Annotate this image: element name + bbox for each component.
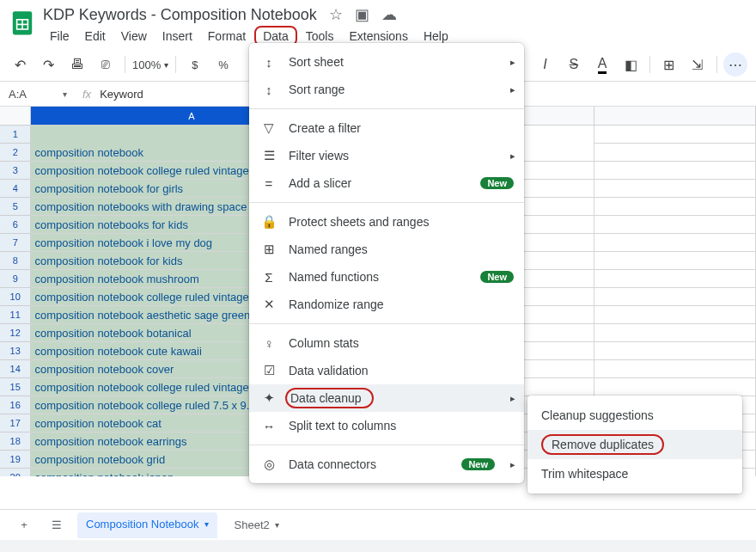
cell[interactable] — [594, 144, 756, 162]
add-sheet-button[interactable]: + — [12, 513, 36, 537]
menu-data-validation[interactable]: ☑Data validation — [249, 357, 524, 384]
menu-split-text[interactable]: ↔Split text to columns — [249, 412, 524, 439]
data-cleanup-submenu: Cleanup suggestions Remove duplicates Tr… — [527, 396, 742, 494]
fx-icon: fx — [82, 88, 91, 101]
paint-format-button[interactable]: ⎚ — [94, 52, 118, 77]
doc-title[interactable]: KDP Keywords - Composition Notebook — [43, 6, 317, 24]
menu-edit[interactable]: Edit — [78, 26, 113, 46]
row-header[interactable]: 8 — [0, 252, 31, 270]
row-header[interactable]: 2 — [0, 144, 31, 162]
menu-data-cleanup[interactable]: ✦Data cleanup▸ — [249, 384, 524, 412]
strikethrough-button[interactable]: S — [562, 52, 585, 77]
cell[interactable] — [594, 198, 756, 216]
sheets-logo[interactable] — [7, 7, 38, 38]
col-header-d[interactable] — [594, 107, 756, 126]
row-header[interactable]: 3 — [0, 162, 31, 180]
text-color-button[interactable]: A — [590, 52, 613, 77]
submenu-cleanup-suggestions[interactable]: Cleanup suggestions — [527, 401, 742, 430]
all-sheets-button[interactable]: ☰ — [45, 513, 69, 537]
menu-file[interactable]: File — [43, 26, 76, 46]
cloud-status-icon: ☁ — [381, 5, 397, 24]
menu-data-connectors[interactable]: ◎Data connectorsNew▸ — [249, 451, 524, 478]
star-icon[interactable]: ☆ — [329, 5, 343, 24]
cell[interactable] — [594, 126, 756, 144]
cell[interactable] — [594, 162, 756, 180]
cell[interactable] — [594, 270, 756, 288]
menu-filter-views[interactable]: ☰Filter views▸ — [249, 142, 524, 169]
name-box[interactable]: A:A▾ — [0, 88, 74, 101]
data-menu-dropdown: ↕Sort sheet▸ ↕Sort range▸ ▽Create a filt… — [249, 43, 524, 483]
row-header[interactable]: 5 — [0, 198, 31, 216]
menu-sort-range[interactable]: ↕Sort range▸ — [249, 76, 524, 103]
submenu-trim-whitespace[interactable]: Trim whitespace — [527, 459, 742, 488]
row-header[interactable]: 13 — [0, 342, 31, 360]
redo-button[interactable]: ↷ — [37, 52, 60, 77]
row-header[interactable]: 18 — [0, 432, 31, 451]
row-header[interactable]: 1 — [0, 126, 31, 144]
currency-button[interactable]: $ — [183, 52, 206, 77]
row-header[interactable]: 6 — [0, 216, 31, 234]
select-all-corner[interactable] — [0, 107, 31, 126]
cell[interactable] — [594, 324, 756, 342]
row-header[interactable]: 9 — [0, 270, 31, 288]
cell[interactable] — [594, 288, 756, 306]
undo-button[interactable]: ↶ — [9, 52, 32, 77]
menu-format[interactable]: Format — [201, 26, 253, 46]
row-header[interactable]: 15 — [0, 378, 31, 396]
cell[interactable] — [594, 216, 756, 234]
merge-button[interactable]: ⇲ — [686, 52, 709, 77]
menu-named-ranges[interactable]: ⊞Named ranges — [249, 236, 524, 263]
row-header[interactable]: 16 — [0, 396, 31, 414]
row-header[interactable]: 12 — [0, 324, 31, 342]
cell[interactable] — [594, 378, 756, 396]
more-toolbar-button[interactable]: ⋯ — [723, 52, 747, 77]
zoom-select[interactable]: 100%▾ — [132, 58, 168, 71]
cell[interactable] — [594, 234, 756, 252]
move-icon[interactable]: ▣ — [355, 5, 369, 24]
menu-protect[interactable]: 🔒Protect sheets and ranges — [249, 208, 524, 236]
row-header[interactable]: 7 — [0, 234, 31, 252]
menu-randomize[interactable]: ✕Randomize range — [249, 291, 524, 318]
cell[interactable] — [594, 360, 756, 378]
italic-button[interactable]: I — [533, 52, 557, 77]
menu-column-stats[interactable]: ♀Column stats — [249, 329, 524, 357]
cell[interactable] — [594, 342, 756, 360]
row-header[interactable]: 20 — [0, 469, 31, 476]
menu-named-functions[interactable]: ΣNamed functionsNew — [249, 263, 524, 291]
row-header[interactable]: 10 — [0, 288, 31, 306]
formula-bar[interactable]: Keyword — [100, 88, 143, 101]
row-header[interactable]: 4 — [0, 180, 31, 198]
cell[interactable] — [594, 306, 756, 324]
borders-button[interactable]: ⊞ — [657, 52, 680, 77]
menu-add-slicer[interactable]: =Add a slicerNew — [249, 169, 524, 197]
menu-view[interactable]: View — [114, 26, 154, 46]
menu-sort-sheet[interactable]: ↕Sort sheet▸ — [249, 48, 524, 76]
menu-insert[interactable]: Insert — [155, 26, 199, 46]
cell[interactable] — [594, 180, 756, 198]
submenu-remove-duplicates[interactable]: Remove duplicates — [527, 430, 742, 459]
sheet-tab-2[interactable]: Sheet2▾ — [226, 513, 288, 537]
row-header[interactable]: 14 — [0, 360, 31, 378]
row-header[interactable]: 17 — [0, 414, 31, 432]
row-header[interactable]: 19 — [0, 451, 31, 469]
row-header[interactable]: 11 — [0, 306, 31, 324]
sheet-tab-active[interactable]: Composition Notebook▾ — [77, 512, 217, 538]
fill-color-button[interactable]: ◧ — [619, 52, 643, 77]
menu-create-filter[interactable]: ▽Create a filter — [249, 114, 524, 142]
print-button[interactable]: 🖶 — [66, 52, 89, 77]
cell[interactable] — [594, 252, 756, 270]
percent-button[interactable]: % — [212, 52, 235, 77]
